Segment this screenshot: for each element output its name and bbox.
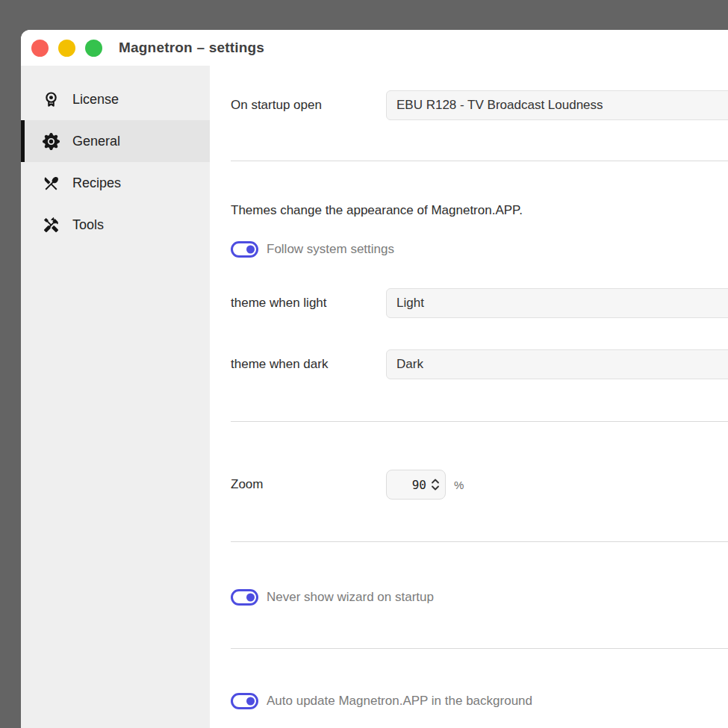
section-divider (231, 541, 728, 542)
toggle-knob (246, 246, 255, 254)
chevron-up-down-icon (430, 477, 441, 492)
startup-row: On startup open EBU R128 - TV Broadcast … (231, 90, 728, 120)
themes-description: Themes change the appearance of Magnetro… (231, 203, 728, 218)
auto-update-row: Auto update Magnetron.APP in the backgro… (231, 693, 728, 709)
traffic-lights (31, 40, 102, 57)
tools-icon (43, 217, 60, 234)
toggle-knob (246, 697, 255, 706)
cutlery-icon (43, 175, 60, 192)
minimize-button[interactable] (58, 40, 75, 57)
wizard-toggle[interactable] (231, 589, 258, 606)
follow-system-label: Follow system settings (267, 242, 394, 257)
theme-light-select[interactable]: Light (386, 288, 728, 318)
zoom-label: Zoom (231, 477, 386, 492)
section-divider (231, 421, 728, 422)
startup-select[interactable]: EBU R128 - TV Broadcast Loudness (386, 90, 728, 120)
sidebar-item-label: License (72, 92, 119, 108)
zoom-row: Zoom 90 % (231, 470, 728, 500)
theme-dark-select[interactable]: Dark (386, 349, 728, 379)
license-badge-icon (43, 91, 60, 108)
window-title: Magnetron – settings (119, 40, 264, 56)
follow-system-row: Follow system settings (231, 241, 728, 258)
theme-light-row: theme when light Light (231, 288, 728, 318)
zoom-input[interactable]: 90 (386, 470, 446, 500)
gear-icon (43, 133, 60, 150)
close-button[interactable] (31, 40, 49, 57)
auto-update-toggle[interactable] (231, 693, 258, 709)
zoom-stepper-arrows[interactable] (430, 477, 441, 492)
follow-system-toggle[interactable] (231, 241, 258, 258)
toggle-knob (246, 594, 255, 602)
section-divider (231, 161, 728, 161)
theme-dark-row: theme when dark Dark (231, 349, 728, 379)
wizard-label: Never show wizard on startup (267, 590, 434, 605)
zoom-unit: % (454, 479, 464, 491)
sidebar-item-label: General (72, 134, 120, 149)
sidebar-item-general[interactable]: General (21, 120, 210, 162)
wizard-row: Never show wizard on startup (231, 589, 728, 606)
sidebar-item-recipes[interactable]: Recipes (21, 162, 210, 204)
titlebar: Magnetron – settings (21, 30, 728, 66)
section-divider (231, 648, 728, 649)
settings-window: Magnetron – settings License (21, 30, 728, 728)
zoom-value[interactable]: 90 (412, 478, 426, 492)
main-area: License General Recipes (21, 66, 728, 728)
auto-update-label: Auto update Magnetron.APP in the backgro… (267, 694, 532, 709)
theme-dark-label: theme when dark (231, 357, 386, 372)
startup-label: On startup open (231, 98, 386, 113)
maximize-button[interactable] (85, 40, 102, 57)
theme-light-label: theme when light (231, 296, 386, 311)
sidebar: License General Recipes (21, 66, 210, 728)
sidebar-item-label: Tools (72, 217, 104, 233)
sidebar-item-tools[interactable]: Tools (21, 204, 210, 246)
sidebar-item-license[interactable]: License (21, 78, 210, 120)
sidebar-item-label: Recipes (72, 175, 121, 191)
settings-content: On startup open EBU R128 - TV Broadcast … (210, 66, 728, 728)
